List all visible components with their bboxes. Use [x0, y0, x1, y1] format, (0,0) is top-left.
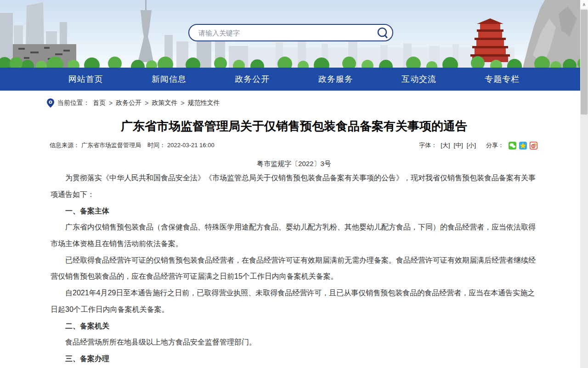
- document-number: 粤市监规字〔2022〕3号: [44, 160, 544, 168]
- breadcrumb-label: 当前位置：: [57, 99, 90, 107]
- nav-item-gov-disclosure[interactable]: 政务公开: [235, 74, 270, 85]
- article-paragraph: 广东省内仅销售预包装食品（含保健食品、特殊医学用途配方食品、婴幼儿配方乳粉、其他…: [51, 219, 537, 252]
- qzone-share-icon[interactable]: [519, 142, 527, 150]
- scrollbar-up-arrow-icon[interactable]: ∧: [580, 0, 588, 9]
- site-header-banner: [0, 0, 588, 68]
- article-section-heading: 三、备案办理: [51, 351, 537, 367]
- breadcrumb-gov-disclosure[interactable]: 政务公开: [116, 99, 141, 107]
- font-size-large-button[interactable]: [大]: [441, 141, 450, 150]
- source-label: 信息来源：: [50, 142, 79, 149]
- article-section-heading: 一、备案主体: [51, 203, 537, 219]
- breadcrumb-separator: >: [109, 99, 113, 107]
- article-meta-right: 字体： [大] [中] [小] 分享：: [419, 141, 537, 150]
- article-paragraph: 食品经营场所所在地县级以上地方食品安全监督管理部门。: [51, 334, 537, 351]
- weibo-share-icon[interactable]: [530, 142, 537, 150]
- font-size-label: 字体：: [419, 141, 437, 150]
- scrollbar-thumb[interactable]: [581, 10, 588, 115]
- breadcrumb-policy-documents[interactable]: 政策文件: [152, 99, 177, 107]
- article-paragraph: 自2021年4月29日至本通告施行之日前，已取得营业执照、未取得食品经营许可，且…: [51, 285, 537, 317]
- time-value: 2022-03-21 16:00: [167, 142, 215, 149]
- font-size-small-button[interactable]: [小]: [467, 141, 476, 150]
- article-meta-left: 信息来源：广东省市场监督管理局时间：2022-03-21 16:00: [50, 141, 216, 150]
- article-title: 广东省市场监督管理局关于仅销售预包装食品备案有关事项的通告: [44, 119, 544, 133]
- search-input[interactable]: [198, 29, 376, 37]
- font-size-medium-button[interactable]: [中]: [454, 141, 463, 150]
- wechat-share-icon[interactable]: [509, 142, 516, 150]
- nav-item-news[interactable]: 新闻信息: [152, 74, 187, 85]
- time-label: 时间：: [147, 142, 165, 149]
- main-navbar: 网站首页 新闻信息 政务公开 政务服务 互动交流 专题专栏: [0, 68, 588, 91]
- breadcrumb-separator: >: [181, 99, 184, 107]
- search-box: [188, 24, 393, 41]
- nav-item-gov-services[interactable]: 政务服务: [318, 74, 353, 85]
- article-meta-row: 信息来源：广东省市场监督管理局时间：2022-03-21 16:00 字体： […: [44, 141, 544, 150]
- location-pin-icon: [47, 98, 54, 108]
- article-paragraph: 已经取得食品经营许可证的仅销售预包装食品经营者，在食品经营许可证有效期届满前无需…: [51, 252, 537, 285]
- article-body: 为贯彻落实《中华人民共和国食品安全法》《市场监管总局关于仅销售预包装食品备案有关…: [44, 170, 544, 368]
- nav-item-interaction[interactable]: 互动交流: [401, 74, 436, 85]
- search-icon: [376, 26, 389, 39]
- article-section-heading: 二、备案机关: [51, 318, 537, 334]
- source-value: 广东省市场监督管理局: [81, 142, 141, 149]
- breadcrumb-home[interactable]: 首页: [93, 99, 106, 107]
- search-button[interactable]: [376, 26, 390, 40]
- article-paragraph: 为贯彻落实《中华人民共和国食品安全法》《市场监管总局关于仅销售预包装食品备案有关…: [51, 170, 537, 202]
- nav-item-special-topics[interactable]: 专题专栏: [485, 74, 520, 85]
- breadcrumb: 当前位置： 首页 > 政务公开 > 政策文件 > 规范性文件: [44, 98, 544, 108]
- breadcrumb-normative-documents[interactable]: 规范性文件: [188, 99, 220, 107]
- vertical-scrollbar[interactable]: ∧: [580, 0, 588, 368]
- nav-item-home[interactable]: 网站首页: [68, 74, 103, 85]
- share-label: 分享：: [486, 141, 504, 150]
- breadcrumb-separator: >: [145, 99, 148, 107]
